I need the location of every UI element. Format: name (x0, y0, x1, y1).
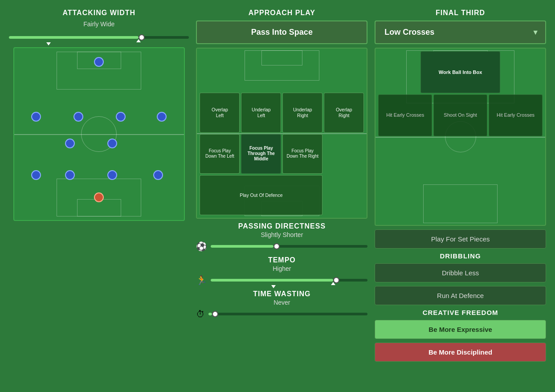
tempo-title: TEMPO (196, 256, 367, 264)
passing-directness-section: PASSING DIRECTNESS Slightly Shorter ⚽ (196, 222, 367, 253)
ft-empty-3 (378, 138, 432, 180)
underlap-left-btn[interactable]: UnderlapLeft (241, 93, 281, 133)
tactic-empty-4 (324, 51, 364, 91)
tactic-empty-1 (200, 51, 240, 91)
middle-panel: APPROACH PLAY Pass Into Space (196, 9, 367, 383)
underlap-right-btn[interactable]: UnderlapRight (282, 93, 322, 133)
passing-title: PASSING DIRECTNESS (196, 222, 367, 230)
att-mid-1 (31, 112, 41, 122)
tempo-slider[interactable] (211, 274, 367, 286)
be-more-expressive-btn[interactable]: Be More Expressive (375, 320, 546, 339)
time-wasting-title: TIME WASTING (196, 290, 367, 298)
time-wasting-slider[interactable] (208, 308, 367, 320)
creative-freedom-title: CREATIVE FREEDOM (375, 309, 546, 316)
ft-empty-5 (489, 138, 543, 180)
passing-icon: ⚽ (196, 241, 207, 252)
dribbling-title: DRIBBLING (375, 252, 546, 260)
final-third-title: FINAL THIRD (375, 9, 546, 17)
tactic-empty-2 (241, 51, 281, 91)
attacking-width-slider[interactable] (9, 31, 189, 44)
ft-empty-1 (378, 51, 419, 93)
att-mid-2 (73, 112, 83, 122)
attacking-width-title: ATTACKING WIDTH (62, 9, 135, 17)
tactic-grid: OverlapLeft UnderlapLeft UnderlapRight O… (196, 48, 367, 219)
run-at-defence-btn[interactable]: Run At Defence (375, 286, 546, 305)
dropdown-label: Low Crosses (384, 28, 434, 37)
final-third-dropdown[interactable]: Low Crosses ▼ (375, 20, 546, 44)
tactic-empty-3 (282, 51, 322, 91)
ft-empty-7 (433, 180, 487, 222)
defender-2 (65, 170, 75, 180)
approach-play-title: APPROACH PLAY (249, 9, 315, 17)
att-mid-4 (157, 112, 167, 122)
focus-middle-btn[interactable]: Focus PlayThrough The Middle (241, 134, 281, 174)
final-third-pitch: Work Ball Into Box Hit Early Crosses Sho… (375, 48, 546, 226)
hit-early-right-btn[interactable]: Hit Early Crosses (489, 94, 543, 136)
attacking-width-value: Fairly Wide (83, 20, 114, 28)
be-more-disciplined-btn[interactable]: Be More Disciplined (375, 343, 546, 362)
defender-4 (153, 170, 163, 180)
tactic-empty-5 (324, 134, 364, 174)
main-container: ATTACKING WIDTH Fairly Wide (0, 0, 555, 392)
overlap-left-btn[interactable]: OverlapLeft (200, 93, 240, 133)
tempo-section: TEMPO Higher 🏃 (196, 256, 367, 286)
tempo-icon: 🏃 (196, 275, 207, 286)
chevron-down-icon: ▼ (532, 29, 539, 37)
right-panel: FINAL THIRD Low Crosses ▼ Work Ball Into… (375, 9, 546, 383)
play-out-defence-btn[interactable]: Play Out Of Defence (200, 175, 322, 215)
approach-play-button[interactable]: Pass Into Space (196, 20, 367, 44)
focus-right-btn[interactable]: Focus PlayDown The Right (282, 134, 322, 174)
defender-1 (31, 170, 41, 180)
mid-2 (107, 139, 117, 148)
time-wasting-section: TIME WASTING Never ⏱ (196, 290, 367, 320)
dribble-less-btn[interactable]: Dribble Less (375, 263, 546, 282)
shoot-on-sight-btn[interactable]: Shoot On Sight (433, 94, 487, 136)
att-mid-3 (116, 112, 126, 122)
left-panel: ATTACKING WIDTH Fairly Wide (9, 9, 189, 383)
tempo-value: Higher (196, 265, 367, 272)
mid-1 (65, 139, 75, 148)
work-ball-into-box-btn[interactable]: Work Ball Into Box (420, 51, 500, 93)
ft-empty-2 (502, 51, 543, 93)
ft-empty-4 (433, 138, 487, 180)
tactic-empty-6 (324, 175, 364, 215)
passing-value: Slightly Shorter (196, 231, 367, 238)
ft-empty-8 (489, 180, 543, 222)
time-wasting-icon: ⏱ (196, 309, 205, 319)
overlap-right-btn[interactable]: OverlapRight (324, 93, 364, 133)
formation-pitch (13, 47, 185, 221)
play-for-set-pieces-btn[interactable]: Play For Set Pieces (375, 229, 546, 249)
ft-empty-6 (378, 180, 432, 222)
passing-slider[interactable] (211, 240, 367, 253)
focus-left-btn[interactable]: Focus PlayDown The Left (200, 134, 240, 174)
time-wasting-value: Never (196, 299, 367, 306)
hit-early-left-btn[interactable]: Hit Early Crosses (378, 94, 432, 136)
